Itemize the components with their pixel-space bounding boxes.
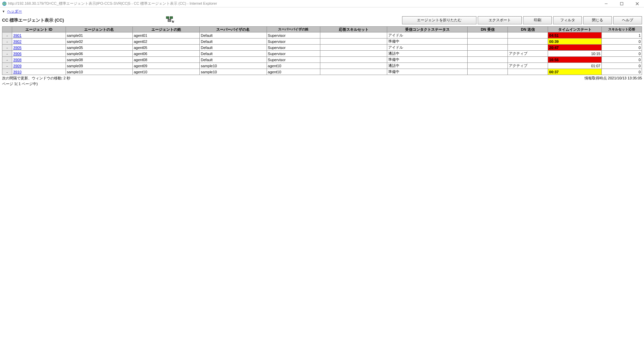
cell-agent-name: sample09 — [66, 63, 132, 69]
header-toggle-link[interactable]: ヘッダー — [7, 9, 22, 13]
collapse-row-button[interactable]: - — [2, 69, 12, 75]
svg-point-0 — [2, 2, 6, 5]
cell-supervisor-name: sample10 — [200, 63, 267, 69]
cell-answer-skillset — [320, 69, 387, 75]
page-title: CC 標準エージェント表示 (CC) — [2, 17, 64, 23]
col-agent-name[interactable]: エージェントの名 — [66, 27, 132, 32]
cell-agent-name: sample10 — [66, 69, 132, 75]
col-toggle — [2, 27, 12, 32]
cell-time-in-state: 00:37 — [548, 69, 602, 75]
agent-id-link[interactable]: 3905 — [13, 46, 21, 50]
col-dn-out[interactable]: DN 送信 — [508, 27, 548, 32]
collapse-triangle-icon: ▼ — [2, 10, 5, 13]
fold-agents-button[interactable]: エージェントを折りたたむ — [402, 16, 476, 24]
cell-agent-surname: agent06 — [132, 51, 199, 57]
cell-agent-id: 3902 — [12, 39, 66, 45]
agent-id-link[interactable]: 3908 — [13, 58, 21, 62]
collapse-row-button[interactable]: - — [2, 39, 12, 45]
collapse-row-button[interactable]: - — [2, 45, 12, 51]
collapse-row-button[interactable]: - — [2, 51, 12, 57]
minimize-button[interactable] — [601, 0, 611, 7]
cell-agent-name: sample08 — [66, 57, 132, 63]
col-agent-id[interactable]: エージェント ID — [12, 27, 66, 32]
cell-supervisor-surname: agent10 — [267, 63, 320, 69]
svg-rect-5 — [166, 17, 169, 19]
cell-agent-name: sample02 — [66, 39, 132, 45]
close-page-button[interactable]: 閉じる — [583, 16, 612, 24]
cell-agent-id: 3901 — [12, 32, 66, 39]
agent-id-link[interactable]: 3901 — [13, 33, 21, 38]
agent-id-link[interactable]: 3902 — [13, 40, 21, 44]
col-supervisor-name[interactable]: スーパーバイザの名 — [200, 27, 267, 32]
timestamp-info: 情報取得時点 2021/10/13 13:35:05 — [585, 76, 642, 81]
table-row: -3906sample06agent06DefaultSupervisor通話中… — [2, 51, 642, 57]
cell-dn-in — [468, 69, 508, 75]
cell-skillset-ans: 0 — [601, 57, 642, 63]
ie-icon — [2, 1, 7, 6]
print-button[interactable]: 印刷 — [523, 16, 552, 24]
cell-recv-contact-status: 準備中 — [387, 69, 468, 75]
cell-answer-skillset — [320, 51, 387, 57]
cell-dn-out — [508, 57, 548, 63]
cell-dn-out: アクティブ — [508, 51, 548, 57]
cell-supervisor-surname: Supervisor — [267, 32, 320, 39]
cell-answer-skillset — [320, 32, 387, 39]
agent-id-link[interactable]: 3906 — [13, 52, 21, 56]
col-supervisor-surname[interactable]: スーパーバイザの姓 — [267, 27, 320, 32]
col-answer-skillset[interactable]: 応答スキルセット — [320, 27, 387, 32]
svg-rect-2 — [620, 2, 623, 5]
cell-agent-surname: agent10 — [132, 69, 199, 75]
cell-agent-id: 3910 — [12, 69, 66, 75]
filter-button[interactable]: フィルタ — [553, 16, 582, 24]
col-skillset-ans[interactable]: スキルセット応答 — [601, 27, 642, 32]
svg-rect-6 — [170, 17, 173, 19]
cell-dn-in — [468, 45, 508, 51]
collapse-row-button[interactable]: - — [2, 57, 12, 63]
cell-agent-surname: agent05 — [132, 45, 199, 51]
cell-dn-out — [508, 45, 548, 51]
cell-agent-id: 3909 — [12, 63, 66, 69]
cell-time-in-state: 00:39 — [548, 39, 602, 45]
table-row: -3908sample08agent08DefaultSupervisor準備中… — [2, 57, 642, 63]
window-title: http://192.168.30.179/?D=CC_標準エージェント表示|I… — [8, 1, 217, 6]
cell-recv-contact-status: 準備中 — [387, 39, 468, 45]
cell-time-in-state: 20:47 — [548, 45, 602, 51]
table-row: -3910sample10agent10sample10agent10準備中00… — [2, 69, 642, 75]
col-recv-contact-status[interactable]: 受信コンタクトステータス — [387, 27, 468, 32]
cell-agent-id: 3906 — [12, 51, 66, 57]
cell-time-in-state: 04:51 — [548, 32, 602, 39]
table-header-row: エージェント ID エージェントの名 エージェントの姓 スーパーバイザの名 スー… — [2, 27, 642, 32]
agent-id-link[interactable]: 3910 — [13, 70, 21, 74]
cell-dn-in — [468, 63, 508, 69]
cell-skillset-ans: 1 — [601, 32, 642, 39]
maximize-button[interactable] — [617, 0, 626, 7]
agents-icon: M — [165, 16, 174, 24]
table-row: -3909sample09agent09sample10agent10通話中アク… — [2, 63, 642, 69]
cell-skillset-ans: 0 — [601, 63, 642, 69]
export-button[interactable]: エクスポート — [478, 16, 522, 24]
cell-supervisor-surname: agent10 — [267, 69, 320, 75]
close-button[interactable] — [633, 0, 642, 7]
cell-time-in-state: 10:15 — [548, 51, 602, 57]
collapse-row-button[interactable]: - — [2, 32, 12, 39]
col-dn-in[interactable]: DN 受信 — [468, 27, 508, 32]
cell-supervisor-name: Default — [200, 32, 267, 39]
cell-dn-in — [468, 39, 508, 45]
cell-agent-name: sample01 — [66, 32, 132, 39]
cell-agent-surname: agent01 — [132, 32, 199, 39]
cell-agent-surname: agent02 — [132, 39, 199, 45]
col-time-in-state[interactable]: タイムインステート — [548, 27, 602, 32]
cell-answer-skillset — [320, 57, 387, 63]
cell-recv-contact-status: 通話中 — [387, 51, 468, 57]
cell-recv-contact-status: アイドル — [387, 32, 468, 39]
collapse-row-button[interactable]: - — [2, 63, 12, 69]
cell-skillset-ans: 0 — [601, 69, 642, 75]
cell-agent-id: 3905 — [12, 45, 66, 51]
col-agent-surname[interactable]: エージェントの姓 — [132, 27, 199, 32]
refresh-info: 次の間隔で更新、ウィンドウの移動: 2 秒 — [2, 76, 70, 81]
help-button[interactable]: ヘルプ — [613, 16, 642, 24]
svg-rect-7 — [168, 19, 171, 22]
cell-agent-name: sample05 — [66, 45, 132, 51]
agent-table: エージェント ID エージェントの名 エージェントの姓 スーパーバイザの名 スー… — [2, 26, 642, 75]
agent-id-link[interactable]: 3909 — [13, 64, 21, 68]
